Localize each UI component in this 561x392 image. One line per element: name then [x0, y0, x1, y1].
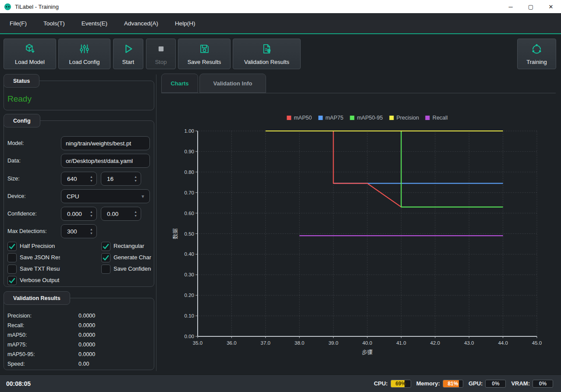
config-panel-title: Config — [4, 114, 40, 127]
legend-swatch-icon — [287, 116, 291, 120]
tab-validation-info[interactable]: Validation Info — [199, 74, 266, 93]
batch-size-spinner[interactable]: 16 ▲▼ — [101, 172, 141, 186]
cpu-meter: 69% — [391, 380, 411, 388]
legend-item: Precision — [389, 115, 419, 121]
panel-divider — [156, 74, 156, 371]
save-results-button[interactable]: Save Results — [178, 39, 231, 69]
svg-text:步骤: 步骤 — [362, 349, 373, 355]
legend-swatch-icon — [318, 116, 323, 120]
vram-label: VRAM: — [511, 380, 530, 387]
close-button[interactable]: ✕ — [541, 0, 561, 13]
validation-results-panel: Validation Results Precision: 0.0000 Rec… — [4, 298, 154, 370]
size-label: Size: — [7, 176, 20, 182]
svg-text:0.80: 0.80 — [185, 170, 194, 175]
legend-item: Recall — [426, 115, 448, 121]
checkbox-label: Generate Charts — [114, 254, 151, 261]
checkbox-half-precision[interactable] — [7, 242, 17, 251]
confidence-spinner[interactable]: 0.000 ▲▼ — [61, 207, 97, 221]
load-config-button[interactable]: Load Config — [58, 39, 110, 69]
max-detections-spinner[interactable]: 300 ▲▼ — [61, 224, 97, 238]
checkbox-verbose-output[interactable] — [7, 276, 17, 285]
chevron-down-icon: ▼ — [141, 194, 145, 199]
spin-up-icon[interactable]: ▲ — [134, 210, 137, 213]
cpu-label: CPU: — [374, 380, 388, 387]
menu-help[interactable]: Help(H) — [175, 20, 195, 27]
svg-text:0.30: 0.30 — [185, 272, 194, 277]
svg-text:0.50: 0.50 — [185, 231, 194, 237]
legend-label: Precision — [396, 115, 419, 121]
spin-up-icon[interactable]: ▲ — [90, 228, 93, 231]
data-label: Data: — [7, 158, 21, 164]
svg-text:1.00: 1.00 — [185, 128, 194, 134]
start-button[interactable]: Start — [113, 39, 143, 69]
legend-swatch-icon — [389, 116, 394, 120]
memory-meter: 81% — [443, 380, 463, 388]
svg-text:40.0: 40.0 — [362, 340, 372, 346]
menu-tools[interactable]: Tools(T) — [43, 20, 65, 27]
legend-swatch-icon — [426, 116, 430, 120]
svg-text:0.60: 0.60 — [185, 211, 194, 216]
load-model-button[interactable]: Load Model — [4, 39, 56, 69]
data-path-input[interactable]: or/Desktop/test/data.yaml — [61, 154, 150, 168]
svg-text:36.0: 36.0 — [227, 340, 236, 346]
spin-down-icon[interactable]: ▼ — [90, 179, 93, 182]
toolbar: Load Model Load Config Start Stop S — [0, 35, 561, 74]
menu-events[interactable]: Events(E) — [82, 20, 107, 27]
spin-down-icon[interactable]: ▼ — [134, 214, 137, 217]
model-path-input[interactable]: ning/train/weights/best.pt — [61, 136, 150, 150]
cube-download-icon — [24, 43, 36, 57]
spin-down-icon[interactable]: ▼ — [134, 179, 137, 182]
recall-value: 0.0000 — [78, 322, 95, 328]
svg-text:43.0: 43.0 — [464, 340, 474, 346]
title-bar: TiLabel - Training ─ ▢ ✕ — [0, 0, 561, 13]
maximize-button[interactable]: ▢ — [521, 0, 541, 13]
checkbox-save-json[interactable] — [7, 253, 17, 262]
checkbox-rectangular[interactable] — [101, 242, 110, 251]
play-icon — [122, 43, 134, 57]
checkbox-label: Save TXT Results — [20, 265, 60, 272]
validation-panel-title: Validation Results — [4, 291, 70, 305]
checkbox-label: Rectangular — [114, 243, 151, 249]
status-bar: 00:08:05 CPU: 69% Memory: 81% GPU: 0% VR… — [0, 374, 561, 392]
status-panel-title: Status — [4, 74, 39, 88]
svg-text:45.0: 45.0 — [532, 340, 542, 346]
svg-text:37.0: 37.0 — [261, 340, 270, 346]
spin-down-icon[interactable]: ▼ — [90, 214, 93, 217]
legend-label: mAP50-95 — [357, 115, 383, 121]
map75-label: mAP75: — [7, 342, 27, 348]
map50-95-label: mAP50-95: — [7, 351, 35, 357]
menu-advanced[interactable]: Advanced(A) — [124, 20, 158, 27]
checkbox-generate-charts[interactable] — [101, 253, 110, 262]
image-size-spinner[interactable]: 640 ▲▼ — [61, 172, 97, 186]
svg-text:数据: 数据 — [172, 228, 178, 239]
training-chart: 0.000.100.200.300.400.500.600.700.800.90… — [161, 93, 556, 371]
training-mode-button[interactable]: Training — [517, 39, 556, 69]
svg-text:0.00: 0.00 — [185, 334, 194, 339]
gpu-label: GPU: — [469, 380, 483, 387]
spin-up-icon[interactable]: ▲ — [90, 210, 93, 213]
iou-spinner[interactable]: 0.00 ▲▼ — [101, 207, 141, 221]
checkbox-label: Half Precision — [20, 243, 60, 249]
svg-text:0.90: 0.90 — [185, 149, 194, 154]
minimize-button[interactable]: ─ — [501, 0, 521, 13]
checkbox-save-confidence[interactable] — [101, 265, 110, 274]
map50-value: 0.0000 — [78, 332, 95, 338]
spin-down-icon[interactable]: ▼ — [90, 232, 93, 235]
tab-charts[interactable]: Charts — [161, 74, 198, 93]
max-detections-label: Max Detections: — [7, 228, 47, 234]
svg-text:0.40: 0.40 — [185, 251, 194, 257]
precision-label: Precision: — [7, 313, 32, 319]
device-dropdown[interactable]: CPU ▼ — [61, 189, 150, 203]
checkbox-label: Verbose Output — [20, 277, 68, 283]
menu-file[interactable]: File(F) — [10, 20, 27, 27]
legend-label: Recall — [433, 115, 448, 121]
svg-text:42.0: 42.0 — [430, 340, 440, 346]
legend-swatch-icon — [350, 116, 354, 120]
speed-value: 0.00 — [78, 361, 89, 367]
checkbox-save-txt[interactable] — [7, 265, 17, 274]
spin-up-icon[interactable]: ▲ — [90, 175, 93, 178]
map75-value: 0.0000 — [78, 342, 95, 348]
svg-text:44.0: 44.0 — [498, 340, 508, 346]
spin-up-icon[interactable]: ▲ — [134, 175, 137, 178]
validation-results-button[interactable]: Validation Results — [233, 39, 301, 69]
